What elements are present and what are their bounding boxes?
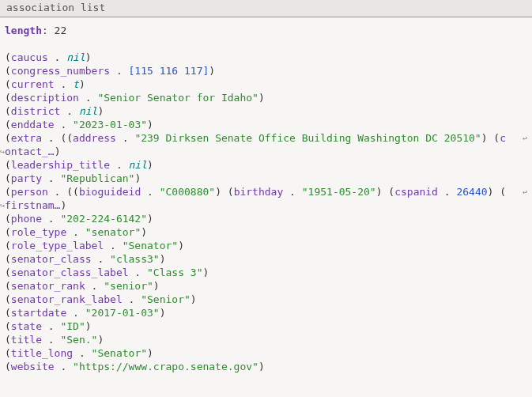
alist-value-string: "senator" [85,226,141,238]
alist-value-string: "Republican" [60,172,134,184]
dot-sep: . [42,213,60,225]
close-paren: ) [147,159,153,171]
close-paren: ) [141,226,147,238]
blank-line [5,37,527,51]
open-paren: ( [5,320,11,332]
close-paren: ) [147,213,153,225]
alist-value-nil: nil [129,159,147,171]
length-value: : 22 [42,25,66,36]
alist-key: title [11,334,42,346]
close-paren: ) [191,293,197,305]
dot-sep: . [55,119,73,130]
alist-value-nil: nil [79,105,97,117]
dot-sep: . [55,78,73,90]
alist-value-string: "class3" [110,253,160,265]
alist-key: leadership_title [11,159,110,171]
open-paren: ( [5,253,11,265]
close-paren: ) [160,307,166,319]
alist-value-string: "202-224-6142" [60,213,147,225]
alist-key: website [11,361,55,372]
close-paren: ) [55,146,61,157]
close-paren: ) [60,199,66,211]
close-paren: ) [202,267,209,278]
alist-key: senator_class_label [11,267,129,278]
alist-row: (party . "Republican") [5,172,527,185]
open-paren: ( [5,226,11,238]
alist-row: (leadership_title . nil) [5,158,527,172]
open-paren: ( [5,51,11,63]
alist-row: (title_long . "Senator") [5,346,527,360]
dot-sep: . [55,361,73,372]
open-paren: ( [5,119,11,130]
dot-sep: . [129,267,147,278]
dot-sep: . [85,280,104,292]
alist-row: (senator_class . "class3") [5,252,527,266]
dot-sep: . [42,334,60,346]
alist-value-string: "ID" [60,320,85,332]
alist-row: (senator_rank . "senior") [5,279,527,293]
close-paren: ) [97,334,104,346]
alist-row-continuation: ↪firstnam…) [5,198,527,212]
alist-row: (startdate . "2017-01-03") [5,306,527,319]
alist-value-string: "Senator" [92,347,147,359]
dot-sep: . [60,105,78,117]
alist-value-nested: ((bioguideid . "C000880") (birthday . "1… [66,186,506,198]
close-paren: ) [153,280,160,292]
header-title: association list [6,2,105,13]
continuation-text: firstnam… [5,199,60,211]
open-paren: ( [5,65,11,77]
alist-row: (senator_class_label . "Class 3") [5,266,527,279]
alist-key: enddate [11,119,55,130]
alist-row: (description . "Senior Senator for Idaho… [5,91,527,104]
dot-sep: . [110,65,128,77]
dot-sep: . [110,159,128,171]
alist-value-t: t [73,78,79,90]
open-paren: ( [5,240,11,251]
open-paren: ( [5,159,11,171]
alist-key: party [11,172,42,184]
open-paren: ( [5,307,11,319]
alist-key: senator_rank_label [11,293,123,305]
alist-row: (website . "https://www.crapo.senate.gov… [5,360,527,373]
alist-key: district [11,105,61,117]
alist-value-string: "Senior" [141,293,191,305]
open-paren: ( [5,186,11,198]
alist-value-nil: nil [66,51,85,63]
open-paren: ( [5,293,11,305]
alist-key: current [11,78,55,90]
open-paren: ( [5,172,11,184]
wrap-indicator-icon: ↪ [0,198,5,212]
alist-value-string: "https://www.crapo.senate.gov" [73,361,258,372]
alist-row: (person . ((bioguideid . "C000880") (bir… [5,185,527,198]
alist-row: (district . nil) [5,104,527,118]
alist-row: (state . "ID") [5,319,527,333]
dot-sep: . [123,293,141,305]
close-paren: ) [85,320,92,332]
dot-sep: . [73,347,91,359]
dot-sep: . [42,132,60,144]
alist-value-string: "Sen." [60,334,97,346]
alist-row: (phone . "202-224-6142") [5,212,527,225]
alist-value-nested: ((address . "239 Dirksen Senate Office B… [60,132,506,144]
alist-value-string: "Class 3" [147,267,202,278]
dot-sep: . [92,253,110,265]
close-paren: ) [97,105,104,117]
close-paren: ) [160,253,166,265]
alist-value-string: "2017-01-03" [85,307,160,319]
open-paren: ( [5,334,11,346]
alist-key: description [11,92,79,104]
close-paren: ) [178,240,184,251]
alist-value-numlist: [115 116 117] [129,65,209,77]
wrap-indicator-icon: ↩ [523,131,527,145]
alist-key: caucus [11,51,48,63]
alist-row: (title . "Sen.") [5,333,527,346]
close-paren: ) [258,361,265,372]
open-paren: ( [5,347,11,359]
dot-sep: . [66,226,85,238]
alist-key: title_long [11,347,73,359]
alist-key: role_type_label [11,240,104,251]
wrap-indicator-icon: ↪ [0,145,5,158]
dot-sep: . [42,320,60,332]
open-paren: ( [5,267,11,278]
length-label: length [5,25,42,36]
